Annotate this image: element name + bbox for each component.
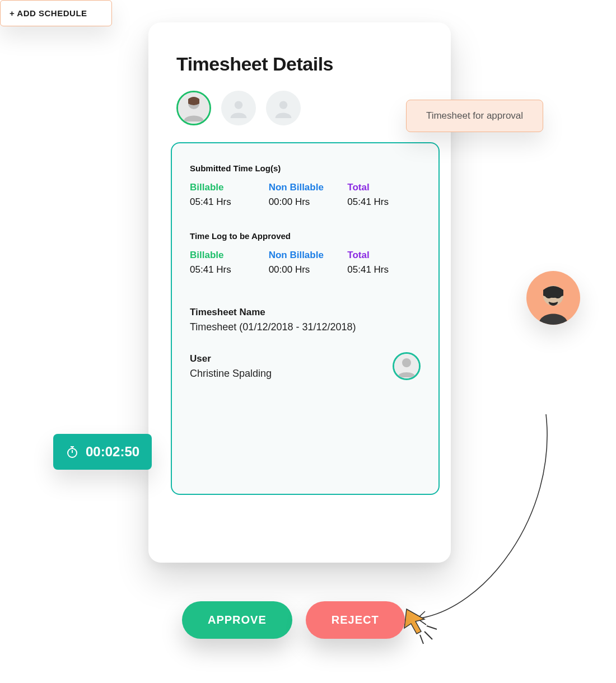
submitted-total-value: 05:41 Hrs [347, 197, 421, 208]
toapprove-total-value: 05:41 Hrs [347, 264, 421, 275]
callout-approval: Timesheet for approval [406, 100, 543, 132]
toapprove-total-head: Total [347, 250, 421, 261]
person-placeholder-icon [228, 98, 249, 118]
avatar-row [176, 91, 423, 125]
toapprove-row: Billable 05:41 Hrs Non Billable 00:00 Hr… [190, 250, 421, 275]
person-icon [526, 271, 580, 325]
timesheet-card: Timesheet Details Submitted Time Log(s) [148, 22, 451, 563]
submitted-nonbillable-value: 00:00 Hrs [269, 197, 342, 208]
svg-point-3 [279, 101, 287, 109]
reject-button[interactable]: REJECT [306, 601, 405, 639]
toapprove-billable-head: Billable [190, 250, 263, 261]
submitted-billable-value: 05:41 Hrs [190, 197, 263, 208]
svg-line-15 [424, 631, 432, 639]
timesheet-name-value: Timesheet (01/12/2018 - 31/12/2018) [190, 321, 421, 333]
toapprove-billable-value: 05:41 Hrs [190, 264, 263, 275]
timesheet-name-label: Timesheet Name [190, 307, 421, 318]
svg-point-2 [235, 101, 242, 109]
avatar-placeholder-2[interactable] [266, 91, 301, 125]
timer-widget[interactable]: 00:02:50 [53, 434, 152, 470]
details-panel: Submitted Time Log(s) Billable 05:41 Hrs… [171, 142, 440, 495]
user-row: User Christine Spalding [190, 352, 421, 380]
submitted-label: Submitted Time Log(s) [190, 163, 421, 173]
person-icon [178, 92, 209, 124]
user-label: User [190, 353, 272, 364]
submitted-total-head: Total [347, 182, 421, 193]
toapprove-label: Time Log to be Approved [190, 231, 421, 241]
submitted-nonbillable-head: Non Billable [269, 182, 342, 193]
page-title: Timesheet Details [176, 53, 423, 75]
callout-approval-text: Timesheet for approval [426, 110, 523, 121]
add-schedule-label: + ADD SCHEDULE [10, 8, 87, 18]
avatar-placeholder-1[interactable] [221, 91, 256, 125]
avatar-selected[interactable] [176, 91, 211, 125]
svg-line-17 [420, 635, 423, 644]
user-value: Christine Spalding [190, 368, 272, 380]
approve-button[interactable]: APPROVE [182, 601, 292, 639]
svg-line-16 [427, 626, 437, 629]
user-avatar[interactable] [393, 352, 421, 380]
person-placeholder-icon [273, 98, 293, 118]
submitted-row: Billable 05:41 Hrs Non Billable 00:00 Hr… [190, 182, 421, 208]
toapprove-nonbillable-value: 00:00 Hrs [269, 264, 342, 275]
add-schedule-button[interactable]: + ADD SCHEDULE [0, 0, 112, 26]
toapprove-nonbillable-head: Non Billable [269, 250, 342, 261]
reviewer-avatar[interactable] [526, 271, 580, 325]
timer-value: 00:02:50 [86, 444, 139, 460]
svg-point-5 [402, 358, 411, 367]
svg-marker-14 [404, 609, 424, 634]
action-buttons: APPROVE REJECT [182, 601, 405, 639]
submitted-billable-head: Billable [190, 182, 263, 193]
stopwatch-icon [66, 445, 79, 459]
person-icon [394, 354, 419, 378]
